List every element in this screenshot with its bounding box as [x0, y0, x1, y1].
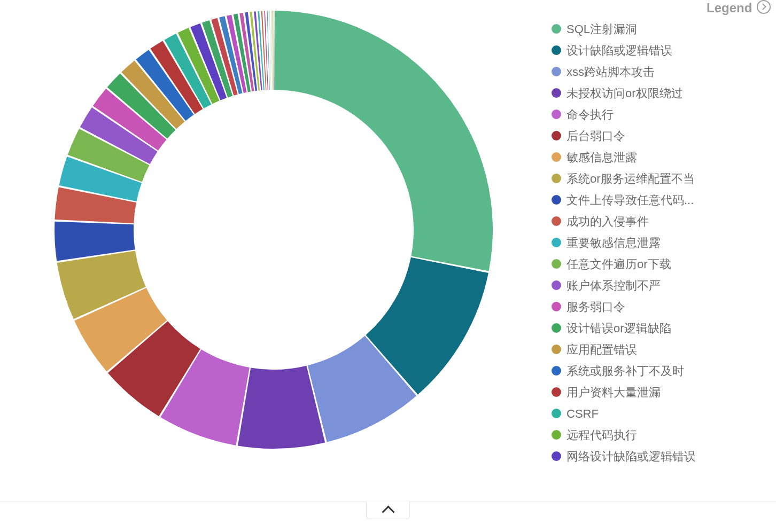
legend-swatch — [552, 259, 561, 269]
legend-swatch — [552, 280, 561, 290]
legend-label: 应用配置错误 — [567, 343, 637, 356]
expand-up-button[interactable] — [366, 502, 410, 519]
legend-swatch — [552, 409, 561, 418]
legend-item[interactable]: 系统或服务补丁不及时 — [552, 361, 775, 382]
legend-item[interactable]: 系统or服务运维配置不当 — [552, 168, 775, 190]
legend-label: SQL注射漏洞 — [567, 22, 637, 36]
legend-label: 后台弱口令 — [567, 129, 625, 143]
legend-item[interactable]: CSRF — [552, 403, 775, 425]
legend-label: 账户体系控制不严 — [567, 279, 661, 292]
legend-label: 敏感信息泄露 — [567, 151, 637, 164]
legend-swatch — [552, 451, 561, 461]
legend-label: 远程代码执行 — [567, 428, 637, 442]
legend-label: 网络设计缺陷或逻辑错误 — [567, 450, 696, 463]
legend-swatch — [552, 366, 561, 375]
legend-label: 命令执行 — [567, 108, 614, 121]
legend-swatch — [552, 174, 561, 183]
legend-swatch — [552, 216, 561, 226]
legend-swatch — [552, 24, 561, 34]
legend-label: 用户资料大量泄漏 — [567, 386, 661, 399]
legend-item[interactable]: 用户资料大量泄漏 — [552, 382, 775, 403]
legend-item[interactable]: 远程代码执行 — [552, 425, 775, 446]
legend-label: 设计错误or逻辑缺陷 — [567, 322, 671, 335]
legend-label: 成功的入侵事件 — [567, 215, 649, 228]
legend-item[interactable]: xss跨站脚本攻击 — [552, 61, 775, 83]
chevron-up-icon — [382, 505, 394, 518]
legend-item[interactable]: 设计错误or逻辑缺陷 — [552, 318, 775, 339]
legend-title-text: Legend — [707, 1, 752, 15]
legend-swatch — [552, 45, 561, 55]
legend-label: 设计缺陷或逻辑错误 — [567, 44, 672, 57]
legend-item[interactable]: 后台弱口令 — [552, 126, 775, 147]
legend-swatch — [552, 131, 561, 140]
legend-item[interactable]: SQL注射漏洞 — [552, 19, 775, 40]
legend-swatch — [552, 109, 561, 119]
legend-item[interactable]: 网络设计缺陷或逻辑错误 — [552, 446, 775, 467]
legend-label: 重要敏感信息泄露 — [567, 236, 661, 249]
donut-slice[interactable] — [271, 11, 273, 90]
donut-chart[interactable] — [0, 0, 550, 459]
legend-panel: Legend SQL注射漏洞设计缺陷或逻辑错误xss跨站脚本攻击未授权访问or权… — [550, 0, 775, 470]
legend-swatch — [552, 302, 561, 311]
legend-swatch — [552, 387, 561, 397]
legend-label: xss跨站脚本攻击 — [567, 65, 655, 79]
legend-swatch — [552, 345, 561, 354]
legend-label: 文件上传导致任意代码... — [567, 193, 694, 207]
legend-label: 任意文件遍历or下载 — [567, 257, 671, 271]
legend-swatch — [552, 430, 561, 440]
legend-item[interactable]: 命令执行 — [552, 104, 775, 126]
legend-label: 服务弱口令 — [567, 300, 625, 314]
legend-item[interactable]: 重要敏感信息泄露 — [552, 232, 775, 254]
legend-item[interactable]: 未授权访问or权限绕过 — [552, 83, 775, 104]
legend-item[interactable]: 敏感信息泄露 — [552, 147, 775, 168]
footer-bar — [0, 502, 776, 532]
donut-slice[interactable] — [269, 11, 271, 90]
legend-item[interactable]: 任意文件遍历or下载 — [552, 254, 775, 275]
legend-list: SQL注射漏洞设计缺陷或逻辑错误xss跨站脚本攻击未授权访问or权限绕过命令执行… — [550, 18, 775, 467]
legend-item[interactable]: 账户体系控制不严 — [552, 275, 775, 296]
legend-toggle[interactable]: Legend — [550, 0, 775, 18]
legend-swatch — [552, 195, 561, 205]
legend-label: 系统或服务补丁不及时 — [567, 364, 684, 378]
legend-swatch — [552, 67, 561, 76]
legend-label: CSRF — [567, 407, 599, 420]
chevron-right-icon — [757, 0, 771, 14]
legend-swatch — [552, 88, 561, 98]
legend-item[interactable]: 成功的入侵事件 — [552, 211, 775, 232]
legend-item[interactable]: 设计缺陷或逻辑错误 — [552, 40, 775, 61]
donut-chart-container — [0, 0, 550, 459]
donut-slice[interactable] — [261, 11, 267, 90]
legend-label: 系统or服务运维配置不当 — [567, 172, 695, 185]
legend-swatch — [552, 238, 561, 247]
legend-item[interactable]: 服务弱口令 — [552, 296, 775, 318]
legend-swatch — [552, 323, 561, 333]
legend-label: 未授权访问or权限绕过 — [567, 87, 683, 100]
donut-slice[interactable] — [273, 11, 273, 90]
legend-swatch — [552, 152, 561, 162]
legend-item[interactable]: 应用配置错误 — [552, 339, 775, 361]
donut-slice[interactable] — [274, 11, 493, 271]
legend-item[interactable]: 文件上传导致任意代码... — [552, 190, 775, 211]
